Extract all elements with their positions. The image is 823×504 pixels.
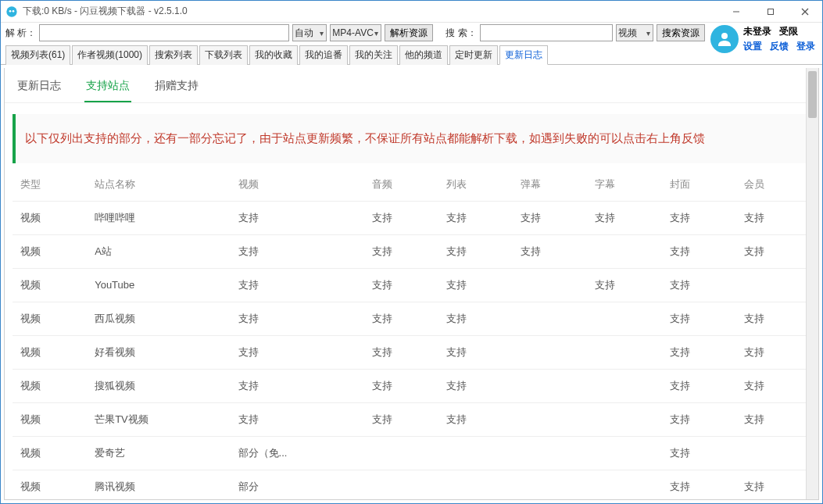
table-cell xyxy=(513,302,587,335)
table-cell: 搜狐视频 xyxy=(87,369,230,402)
table-cell: 哔哩哔哩 xyxy=(87,201,230,234)
search-input[interactable] xyxy=(480,24,613,41)
table-cell: 支持 xyxy=(662,402,736,436)
primary-tab-2[interactable]: 搜索列表 xyxy=(149,45,198,65)
table-cell: 支持 xyxy=(364,201,438,234)
table-cell xyxy=(513,369,587,402)
maximize-button[interactable] xyxy=(753,1,788,23)
primary-tabs: 视频列表(61)作者视频(1000)搜索列表下载列表我的收藏我的追番我的关注他的… xyxy=(1,43,822,65)
col-header: 字幕 xyxy=(587,168,661,202)
table-cell xyxy=(513,436,587,470)
table-cell: 支持 xyxy=(662,335,736,369)
table-cell: 支持 xyxy=(438,201,513,234)
notice-banner: 以下仅列出支持的部分，还有一部分忘记了，由于站点更新频繁，不保证所有站点都能解析… xyxy=(13,114,810,163)
table-cell: 部分 xyxy=(231,470,364,499)
table-cell: 支持 xyxy=(662,470,736,499)
col-header: 弹幕 xyxy=(513,168,587,202)
table-row: 视频哔哩哔哩支持支持支持支持支持支持支持 xyxy=(13,201,810,234)
table-cell: 支持 xyxy=(736,470,810,499)
table-cell: 支持 xyxy=(736,369,810,402)
table-row: 视频YouTube支持支持支持支持支持 xyxy=(13,268,810,302)
window-title: 下载:0 KB/s - 闪豆视频下载器 - v2.5.1.0 xyxy=(23,5,188,18)
table-cell: 支持 xyxy=(438,402,513,436)
table-cell: 支持 xyxy=(438,234,513,268)
primary-tab-9[interactable]: 更新日志 xyxy=(499,45,548,65)
parse-input[interactable] xyxy=(39,24,289,41)
table-cell xyxy=(513,335,587,369)
table-cell xyxy=(438,470,513,499)
col-header: 站点名称 xyxy=(87,168,230,202)
scroll-thumb[interactable] xyxy=(808,71,817,118)
primary-tab-7[interactable]: 他的频道 xyxy=(399,45,448,65)
table-cell: 支持 xyxy=(662,302,736,335)
table-cell xyxy=(587,234,661,268)
table-cell xyxy=(513,402,587,436)
table-cell: 支持 xyxy=(231,234,364,268)
settings-link[interactable]: 设置 xyxy=(743,40,762,53)
table-wrap[interactable]: 类型站点名称视频音频列表弹幕字幕封面会员 视频哔哩哔哩支持支持支持支持支持支持支… xyxy=(13,168,810,500)
primary-tab-6[interactable]: 我的关注 xyxy=(349,45,398,65)
table-cell xyxy=(513,268,587,302)
secondary-tab-1[interactable]: 支持站点 xyxy=(84,79,131,102)
primary-tab-4[interactable]: 我的收藏 xyxy=(249,45,298,65)
search-label: 搜 索： xyxy=(445,27,476,40)
table-cell: 视频 xyxy=(13,335,87,369)
table-cell: A站 xyxy=(87,234,230,268)
table-cell: 支持 xyxy=(587,201,661,234)
table-cell xyxy=(364,470,438,499)
parse-button[interactable]: 解析资源 xyxy=(385,24,433,41)
table-cell: 支持 xyxy=(231,369,364,402)
support-table: 类型站点名称视频音频列表弹幕字幕封面会员 视频哔哩哔哩支持支持支持支持支持支持支… xyxy=(13,168,810,500)
secondary-tab-0[interactable]: 更新日志 xyxy=(16,79,63,102)
table-cell: 视频 xyxy=(13,436,87,470)
table-cell: 支持 xyxy=(364,402,438,436)
table-cell: 视频 xyxy=(13,369,87,402)
table-cell xyxy=(587,470,661,499)
window-controls xyxy=(719,1,822,23)
table-cell: 视频 xyxy=(13,302,87,335)
table-cell: 视频 xyxy=(13,268,87,302)
table-cell: 支持 xyxy=(662,201,736,234)
mode-select[interactable]: 自动 xyxy=(292,24,327,41)
close-button[interactable] xyxy=(788,1,822,23)
table-cell xyxy=(736,268,810,302)
primary-tab-1[interactable]: 作者视频(1000) xyxy=(72,45,148,65)
primary-tab-8[interactable]: 定时更新 xyxy=(449,45,498,65)
table-cell: 视频 xyxy=(13,201,87,234)
table-cell: 部分（免... xyxy=(231,436,364,470)
table-cell: 支持 xyxy=(736,335,810,369)
content-panel: 更新日志支持站点捐赠支持 以下仅列出支持的部分，还有一部分忘记了，由于站点更新频… xyxy=(4,68,819,500)
table-cell: 支持 xyxy=(662,234,736,268)
table-cell: 支持 xyxy=(662,436,736,470)
table-row: 视频爱奇艺部分（免...支持 xyxy=(13,436,810,470)
table-cell: 视频 xyxy=(13,234,87,268)
format-select[interactable]: MP4-AVC xyxy=(330,24,381,41)
table-cell: 支持 xyxy=(231,302,364,335)
table-cell xyxy=(587,402,661,436)
table-row: 视频A站支持支持支持支持支持支持 xyxy=(13,234,810,268)
table-cell: 芒果TV视频 xyxy=(87,402,230,436)
table-cell xyxy=(587,436,661,470)
table-cell: 支持 xyxy=(231,335,364,369)
col-header: 类型 xyxy=(13,168,87,202)
table-cell: 支持 xyxy=(513,234,587,268)
account-cluster: 未登录 受限 设置 反馈 登录 xyxy=(710,25,815,53)
search-type-select[interactable]: 视频 xyxy=(616,24,653,41)
minimize-button[interactable] xyxy=(719,1,753,23)
login-link[interactable]: 登录 xyxy=(796,40,815,53)
primary-tab-3[interactable]: 下载列表 xyxy=(199,45,248,65)
feedback-link[interactable]: 反馈 xyxy=(770,40,789,53)
table-cell xyxy=(587,369,661,402)
account-limit: 受限 xyxy=(779,25,798,38)
table-cell: 支持 xyxy=(587,268,661,302)
table-cell xyxy=(587,302,661,335)
primary-tab-0[interactable]: 视频列表(61) xyxy=(5,45,70,65)
table-cell xyxy=(736,436,810,470)
primary-tab-5[interactable]: 我的追番 xyxy=(299,45,348,65)
table-row: 视频西瓜视频支持支持支持支持支持 xyxy=(13,302,810,335)
table-cell: 支持 xyxy=(364,268,438,302)
avatar[interactable] xyxy=(710,25,739,53)
secondary-tab-2[interactable]: 捐赠支持 xyxy=(153,79,200,102)
search-button[interactable]: 搜索资源 xyxy=(657,24,705,41)
vertical-scrollbar[interactable] xyxy=(806,68,818,499)
